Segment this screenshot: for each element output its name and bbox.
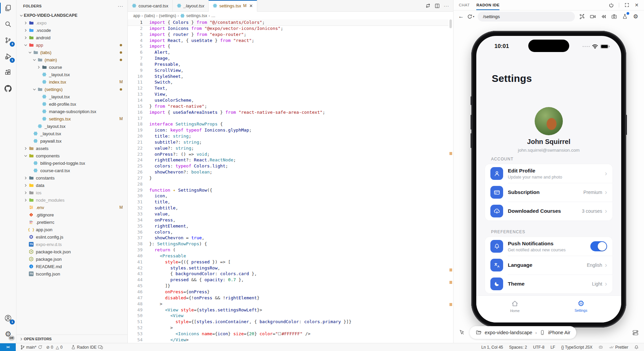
fullscreen-icon[interactable] — [623, 1, 631, 9]
tree-file[interactable]: edit-profile.tsx — [16, 100, 127, 108]
problems-item[interactable]: ⊘ 0 △ 0 — [44, 343, 65, 351]
tree-folder[interactable]: node_modules — [16, 196, 127, 204]
tree-folder[interactable]: .expo — [16, 19, 127, 27]
tree-folder[interactable]: constants — [16, 174, 127, 182]
editor-tab-course-card.tsx[interactable]: course-card.tsx — [128, 0, 173, 11]
tree-file[interactable]: eslint.config.js — [16, 233, 127, 241]
settings-row-downloaded-courses[interactable]: Downloaded Courses3 courses› — [485, 202, 612, 220]
tree-file[interactable]: JSpackage.json — [16, 255, 127, 263]
settings-row-push-notifications[interactable]: Push NotificationsGet notified about new… — [485, 237, 612, 256]
tree-folder[interactable]: EXPO-VIDEO-LANDSCAPE — [16, 12, 127, 19]
tree-file[interactable]: .envM — [16, 204, 127, 211]
git-branch-item[interactable]: main* — [18, 343, 44, 351]
tab-settings[interactable]: ⚙ Settings — [569, 300, 593, 312]
replay-icon[interactable] — [600, 13, 607, 20]
tree-file[interactable]: course-card.tsx — [16, 167, 127, 174]
tree-file[interactable]: TSexpo-env.d.ts — [16, 241, 127, 248]
remote-indicator[interactable]: >< — [0, 343, 16, 351]
tree-file[interactable]: _layout.tsx — [16, 71, 127, 78]
radon-ide-status-item[interactable]: Radon IDE — [69, 343, 105, 351]
tree-folder[interactable]: components — [16, 152, 127, 159]
tree-file[interactable]: { }app.json — [16, 226, 127, 233]
tree-file[interactable]: settings.tsxM — [16, 115, 127, 122]
tree-file[interactable]: .gitignore — [16, 211, 127, 218]
run-debug-icon[interactable]: 1 — [0, 48, 16, 64]
breadcrumb-item[interactable]: (tabs) — [144, 13, 155, 18]
tree-folder[interactable]: course — [16, 63, 127, 71]
github-icon[interactable] — [0, 81, 16, 97]
code-editor[interactable]: 1import { Colors } from "@/constants/Col… — [128, 19, 448, 343]
reload-button[interactable]: ▾ — [467, 14, 474, 19]
extensions-icon[interactable] — [0, 64, 16, 81]
source-control-icon[interactable]: 3 — [0, 32, 16, 48]
settings-row-edit-profile[interactable]: Edit ProfileUpdate your name and photo› — [485, 164, 612, 183]
indentation[interactable]: Spaces: 2 — [507, 345, 529, 350]
tree-folder[interactable]: app — [16, 41, 127, 49]
dev-tools-icon[interactable] — [578, 13, 586, 20]
close-panel-icon[interactable]: ✕ — [635, 2, 639, 8]
compare-changes-icon[interactable] — [425, 3, 431, 8]
settings-row-subscription[interactable]: SubscriptionPremium› — [485, 183, 612, 202]
tab-radon-ide[interactable]: RADON IDE — [476, 0, 499, 10]
editor-tab-_layout.tsx[interactable]: _layout.tsx — [173, 0, 209, 11]
back-icon[interactable]: ← — [458, 13, 464, 20]
overview-ruler[interactable] — [448, 19, 453, 343]
open-editors-section[interactable]: OPEN EDITORS — [16, 335, 127, 343]
tree-folder[interactable]: ios — [16, 189, 127, 196]
breadcrumb-item[interactable]: app — [133, 13, 140, 18]
folders-more-icon[interactable]: ··· — [118, 3, 123, 9]
language-mode[interactable]: {} TypeScript JSX — [559, 345, 594, 350]
tree-folder[interactable]: .vscode — [16, 27, 127, 34]
breadcrumb-item[interactable]: settings.tsx — [180, 13, 207, 18]
split-editor-icon[interactable] — [435, 3, 440, 8]
tree-file[interactable]: billing-period-toggle.tsx — [16, 159, 127, 167]
tree-folder[interactable]: android — [16, 34, 127, 41]
prettier-item[interactable]: Prettier — [607, 345, 630, 350]
tree-file[interactable]: _layout.tsx — [16, 130, 127, 137]
tree-folder[interactable]: (settings) — [16, 86, 127, 93]
notifications-bell-icon[interactable] — [632, 345, 641, 350]
push-notifications-toggle[interactable] — [590, 241, 607, 251]
route-url-bar[interactable]: /settings — [478, 12, 575, 21]
breadcrumb-item[interactable]: (settings) — [159, 13, 176, 18]
tree-file[interactable]: index.tsxM — [16, 78, 127, 86]
tree-file[interactable]: manage-subscription.tsx — [16, 108, 127, 115]
project-device-pill[interactable]: expo-video-landscape › iPhone Air — [470, 326, 576, 339]
reload-dropdown-caret[interactable]: ▾ — [473, 15, 474, 18]
debug-flask-icon[interactable] — [621, 13, 629, 20]
breadcrumb-item[interactable]: … — [211, 13, 216, 18]
settings-row-theme[interactable]: ThemeLight› — [485, 274, 612, 293]
tree-folder[interactable]: data — [16, 182, 127, 189]
tree-file[interactable]: JSpackage-lock.json — [16, 248, 127, 255]
touch-cursor-icon[interactable] — [459, 330, 465, 336]
tab-home[interactable]: Home — [503, 300, 527, 313]
device-settings-icon[interactable] — [632, 330, 639, 336]
tree-file[interactable]: .prettierrc — [16, 218, 127, 226]
settings-row-language[interactable]: ALanguageEnglish› — [485, 256, 612, 274]
editor-tab-settings.tsx[interactable]: settings.tsxM✕ — [209, 0, 257, 12]
tree-folder[interactable]: assets — [16, 145, 127, 152]
more-actions-icon[interactable]: ··· — [444, 3, 449, 8]
tree-file[interactable]: TStsconfig.json — [16, 270, 127, 278]
screenshot-icon[interactable] — [610, 13, 618, 20]
scrollbar-thumb[interactable] — [449, 19, 452, 28]
copilot-icon[interactable] — [596, 345, 605, 349]
tree-file[interactable]: _layout.tsx — [16, 93, 127, 100]
power-icon[interactable] — [607, 1, 615, 9]
tree-file[interactable]: paywall.tsx — [16, 137, 127, 145]
record-video-icon[interactable] — [589, 13, 596, 20]
encoding[interactable]: UTF-8 — [531, 345, 546, 350]
panel-settings-gear-icon[interactable]: ⚙ — [632, 13, 639, 20]
tab-chat[interactable]: CHAT — [459, 0, 470, 10]
eol[interactable]: LF — [548, 345, 557, 350]
manage-gear-icon[interactable]: ⚙ DE — [0, 326, 16, 342]
cursor-position[interactable]: Ln 1, Col 45 — [479, 345, 505, 350]
tree-file[interactable]: iREADME.md — [16, 263, 127, 270]
phone-screen[interactable]: 10:01 Settings John Squirrel john.squirr… — [476, 36, 621, 322]
explorer-icon[interactable] — [0, 0, 16, 16]
tree-folder[interactable]: (main) — [16, 56, 127, 63]
device-preview-iphone[interactable]: 10:01 Settings John Squirrel john.squirr… — [471, 31, 626, 328]
close-tab-icon[interactable]: ✕ — [249, 3, 253, 8]
avatar[interactable] — [535, 107, 563, 135]
tree-file[interactable]: _layout.tsx — [16, 122, 127, 130]
